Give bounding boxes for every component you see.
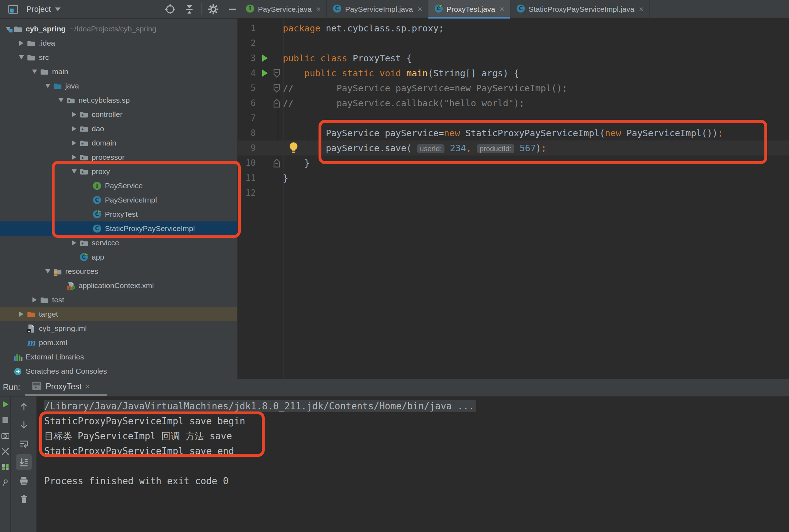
tree-item-target[interactable]: target bbox=[0, 307, 237, 321]
chevron-collapsed-icon[interactable] bbox=[70, 112, 79, 117]
chevron-collapsed-icon[interactable] bbox=[17, 41, 26, 46]
close-icon[interactable]: × bbox=[639, 5, 643, 14]
close-icon[interactable]: × bbox=[500, 5, 504, 14]
project-selector[interactable]: Project bbox=[0, 3, 161, 15]
editor-line[interactable]: 5// PayService payService=new PayService… bbox=[238, 81, 789, 96]
editor-line[interactable]: 4 public static void main(String[] args)… bbox=[238, 66, 789, 81]
tree-item-processor[interactable]: processor bbox=[0, 150, 237, 164]
run-icon[interactable] bbox=[1, 400, 10, 409]
cross-icon[interactable] bbox=[1, 447, 10, 456]
close-icon[interactable]: × bbox=[316, 5, 321, 14]
tree-item-cyb-spring-iml[interactable]: cyb_spring.iml bbox=[0, 321, 237, 336]
print-icon[interactable] bbox=[16, 473, 32, 488]
chevron-expanded-icon[interactable] bbox=[56, 98, 66, 102]
tree-item-main[interactable]: main bbox=[0, 65, 237, 79]
run-line-icon[interactable] bbox=[262, 70, 268, 77]
editor-line[interactable]: 12 bbox=[238, 185, 789, 200]
console-output[interactable]: /Library/Java/JavaVirtualMachines/jdk1.8… bbox=[37, 397, 789, 532]
tree-item-payservice[interactable]: IPayService bbox=[0, 179, 237, 193]
editor-line[interactable]: 6// payService.callback("hello world"); bbox=[238, 96, 789, 111]
collapse-all-icon[interactable] bbox=[183, 3, 195, 15]
editor-line[interactable]: 11} bbox=[238, 170, 789, 185]
intention-bulb-icon[interactable] bbox=[288, 142, 299, 155]
project-selector-label[interactable]: Project bbox=[26, 5, 51, 14]
fold-marker-icon[interactable] bbox=[273, 69, 281, 79]
pin-icon[interactable] bbox=[1, 478, 10, 487]
clear-icon[interactable] bbox=[16, 491, 32, 507]
tree-item-cyb-spring[interactable]: cyb_spring~/IdeaProjects/cyb_spring bbox=[0, 22, 237, 36]
tree-item-src[interactable]: src bbox=[0, 50, 237, 65]
gutter-markers bbox=[259, 155, 283, 170]
chevron-expanded-icon[interactable] bbox=[70, 169, 79, 174]
down-stack-icon[interactable] bbox=[16, 417, 32, 433]
editor-tab[interactable]: CPayServiceImpl.java× bbox=[327, 0, 428, 19]
tree-item-domain[interactable]: domain bbox=[0, 136, 237, 150]
locate-icon[interactable] bbox=[164, 3, 176, 15]
settings-icon[interactable] bbox=[207, 3, 219, 15]
tree-item-external-libraries[interactable]: External Libraries bbox=[0, 350, 237, 364]
editor-line[interactable]: 3public class ProxyTest { bbox=[238, 51, 789, 66]
stop-icon[interactable] bbox=[1, 415, 10, 425]
tree-item-scratches-and-consoles[interactable]: Scratches and Consoles bbox=[0, 364, 237, 378]
tree-item-applicationcontext-xml[interactable]: <applicationContext.xml bbox=[0, 278, 237, 293]
chevron-collapsed-icon[interactable] bbox=[17, 312, 26, 317]
run-tab[interactable]: ProxyTest × bbox=[31, 380, 90, 393]
up-stack-icon[interactable] bbox=[16, 399, 32, 414]
scroll-end-icon[interactable] bbox=[16, 454, 32, 470]
tree-item-staticproxypayserviceimpl[interactable]: CStaticProxyPayServiceImpl bbox=[0, 221, 237, 236]
chevron-collapsed-icon[interactable] bbox=[70, 126, 79, 131]
tree-item-pom-xml[interactable]: mpom.xml bbox=[0, 336, 237, 350]
chevron-expanded-icon[interactable] bbox=[17, 55, 26, 60]
chevron-collapsed-icon[interactable] bbox=[70, 155, 79, 160]
editor-line[interactable]: 2 bbox=[238, 36, 789, 51]
editor-tab[interactable]: IPayService.java× bbox=[240, 0, 327, 19]
tree-item-app[interactable]: Capp bbox=[0, 250, 237, 264]
close-icon[interactable]: × bbox=[418, 5, 422, 14]
project-tool-window-icon[interactable] bbox=[7, 3, 19, 15]
fold-marker-icon[interactable] bbox=[273, 159, 281, 169]
editor-line[interactable]: 7 bbox=[238, 111, 789, 126]
tree-item-java[interactable]: java bbox=[0, 79, 237, 93]
tree-item-label: net.cybclass.sp bbox=[78, 96, 130, 104]
chevron-expanded-icon[interactable] bbox=[43, 269, 52, 273]
hide-icon[interactable] bbox=[226, 3, 239, 15]
tree-item-payserviceimpl[interactable]: CPayServiceImpl bbox=[0, 193, 237, 207]
console-line: /Library/Java/JavaVirtualMachines/jdk1.8… bbox=[44, 399, 476, 414]
editor-line[interactable]: 8 PayService payService=new StaticProxyP… bbox=[238, 126, 789, 140]
tree-item-servicce[interactable]: servicce bbox=[0, 236, 237, 250]
tree-item-proxy[interactable]: proxy bbox=[0, 164, 237, 179]
chevron-expanded-icon[interactable] bbox=[30, 70, 39, 74]
editor-line[interactable]: 9 payService.save( userId: 234, productI… bbox=[238, 140, 789, 155]
chevron-expanded-icon[interactable] bbox=[43, 84, 52, 88]
editor-line[interactable]: 1package net.cybclass.sp.proxy; bbox=[238, 21, 789, 36]
chevron-collapsed-icon[interactable] bbox=[30, 297, 39, 302]
fold-marker-icon[interactable] bbox=[273, 84, 281, 94]
grid-icon[interactable] bbox=[1, 462, 10, 472]
console-line bbox=[44, 459, 476, 474]
camera-icon[interactable] bbox=[1, 431, 10, 440]
tree-item-controller[interactable]: controller bbox=[0, 107, 237, 122]
console-command-line: /Library/Java/JavaVirtualMachines/jdk1.8… bbox=[44, 400, 476, 412]
chevron-collapsed-icon[interactable] bbox=[70, 140, 79, 145]
tree-item--idea[interactable]: .idea bbox=[0, 36, 237, 50]
tree-item-proxytest[interactable]: CProxyTest bbox=[0, 207, 237, 221]
tree-item-resources[interactable]: resources bbox=[0, 264, 237, 278]
editor-line[interactable]: 10 } bbox=[238, 155, 789, 170]
run-tab-label[interactable]: ProxyTest bbox=[46, 382, 82, 392]
tree-item-test[interactable]: test bbox=[0, 293, 237, 307]
editor-tab[interactable]: CStaticProxyPayServiceImpl.java× bbox=[510, 0, 650, 19]
code-editor[interactable]: 1package net.cybclass.sp.proxy;23public … bbox=[238, 19, 789, 379]
close-icon[interactable]: × bbox=[85, 382, 90, 391]
tree-item-label: dao bbox=[92, 124, 104, 133]
code-token: ) bbox=[536, 143, 541, 153]
tree-item-net-cybclass-sp[interactable]: net.cybclass.sp bbox=[0, 93, 237, 107]
editor-tab-label: ProxyTest.java bbox=[447, 5, 495, 14]
tree-item-label: servicce bbox=[92, 239, 119, 247]
chevron-collapsed-icon[interactable] bbox=[70, 240, 79, 245]
run-line-icon[interactable] bbox=[262, 55, 268, 62]
code-token: 234 bbox=[450, 143, 466, 153]
editor-tab[interactable]: CProxyTest.java× bbox=[428, 0, 510, 19]
fold-marker-icon[interactable] bbox=[273, 99, 281, 109]
tree-item-dao[interactable]: dao bbox=[0, 122, 237, 136]
soft-wrap-icon[interactable] bbox=[16, 436, 32, 451]
